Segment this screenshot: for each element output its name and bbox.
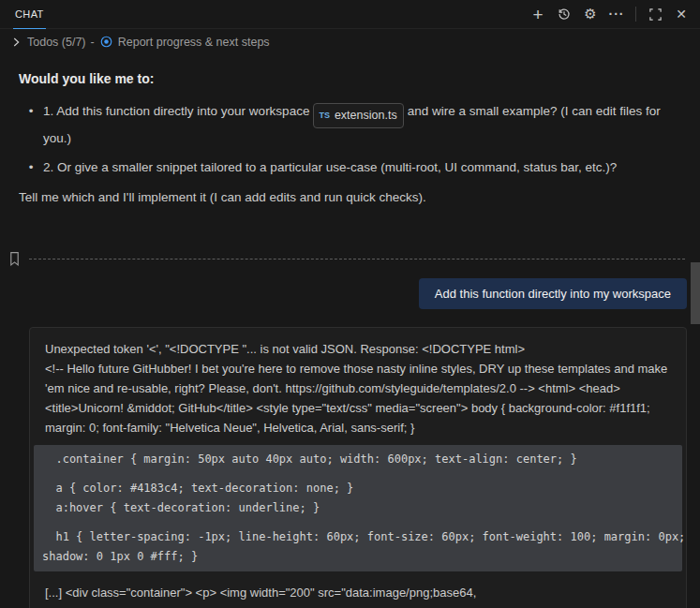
new-chat-icon: + xyxy=(532,6,543,23)
message-heading: Would you like me to: xyxy=(19,71,685,86)
tab-chat[interactable]: CHAT xyxy=(13,0,46,29)
settings-gear-icon: ⚙ xyxy=(584,6,596,22)
bullet-icon: • xyxy=(19,157,43,178)
chevron-right-icon[interactable] xyxy=(9,36,22,49)
embedded-css-code: .container { margin: 50px auto 40px auto… xyxy=(34,445,682,571)
new-chat-button[interactable]: + xyxy=(527,3,549,25)
todos-separator: - xyxy=(91,36,95,49)
close-icon: ✕ xyxy=(676,7,687,22)
dashed-divider xyxy=(29,259,685,260)
maximize-panel-button[interactable] xyxy=(644,3,666,25)
option-2-text: 2. Or give a smaller snippet tailored to… xyxy=(43,157,617,178)
code-line: <title>Unicorn! &middot; GitHub</title> … xyxy=(45,398,671,418)
list-item: • 2. Or give a smaller snippet tailored … xyxy=(19,157,685,178)
code-line: [...] <div class="container"> <p> <img w… xyxy=(45,583,671,602)
list-item: • 1. Add this function directly into you… xyxy=(19,101,685,149)
history-button[interactable] xyxy=(553,3,575,25)
option-1-text: 1. Add this function directly into your … xyxy=(43,101,685,149)
file-chip-extension-ts[interactable]: TSextension.ts xyxy=(313,103,403,128)
confirmation-row: Add this function directly into my works… xyxy=(19,278,687,309)
tab-chat-label: CHAT xyxy=(15,8,44,20)
add-to-workspace-button[interactable]: Add this function directly into my works… xyxy=(419,278,687,309)
more-actions-icon: ··· xyxy=(609,7,625,22)
message-separator xyxy=(7,251,685,267)
code-line xyxy=(42,518,674,527)
code-line: Unexpected token '<', "<!DOCTYPE "... is… xyxy=(45,339,671,359)
code-line: <!-- Hello future GitHubber! I bet you'r… xyxy=(45,359,671,378)
code-line: .container { margin: 50px auto 40px auto… xyxy=(42,450,674,469)
code-line: 'em nice and re-usable, right? Please, d… xyxy=(45,378,671,398)
code-line xyxy=(42,469,674,479)
option-1-prefix: 1. Add this function directly into your … xyxy=(43,104,309,118)
titlebar-divider xyxy=(635,7,636,22)
code-line: margin: 0; font-family: "Helvetica Neue"… xyxy=(45,418,671,437)
current-todo-record-icon xyxy=(99,35,113,49)
code-output-bottom: [...] <div class="container"> <p> <img w… xyxy=(45,583,671,608)
chat-panel-titlebar: CHAT + ⚙ ··· xyxy=(0,0,700,29)
todos-progress-row[interactable]: Todos (5/7) - Report progress & next ste… xyxy=(0,29,700,54)
more-actions-button[interactable]: ··· xyxy=(605,3,628,25)
chat-message-body: Would you like me to: • 1. Add this func… xyxy=(0,71,700,608)
code-output-top: Unexpected token '<', "<!DOCTYPE "... is… xyxy=(45,339,671,437)
bullet-icon: • xyxy=(19,101,43,122)
closing-line: Tell me which and I'll implement it (I c… xyxy=(19,190,685,204)
tool-output-code-block[interactable]: Unexpected token '<', "<!DOCTYPE "... is… xyxy=(29,327,687,608)
vertical-scrollbar[interactable] xyxy=(691,262,700,324)
file-chip-name: extension.ts xyxy=(335,105,397,126)
code-line: h1 { letter-spacing: -1px; line-height: … xyxy=(42,527,674,547)
code-line: iVBORw0KGgoAAAANSUhEUgAAAZAAAAAGZCAMAAAC… xyxy=(45,602,671,608)
close-panel-button[interactable]: ✕ xyxy=(670,3,693,25)
typescript-file-icon: TS xyxy=(319,105,330,126)
history-icon xyxy=(557,7,572,22)
code-line: a:hover { text-decoration: underline; } xyxy=(42,498,674,518)
todos-count-label[interactable]: Todos (5/7) xyxy=(27,36,86,49)
bookmark-icon[interactable] xyxy=(7,251,22,267)
options-list: • 1. Add this function directly into you… xyxy=(19,101,685,178)
settings-button[interactable]: ⚙ xyxy=(579,3,602,25)
titlebar-actions: + ⚙ ··· xyxy=(527,3,693,25)
maximize-icon xyxy=(648,7,663,22)
code-line: a { color: #4183c4; text-decoration: non… xyxy=(42,479,674,498)
code-line: shadow: 0 1px 0 #fff; } xyxy=(42,547,674,567)
current-todo-label: Report progress & next steps xyxy=(118,36,270,49)
